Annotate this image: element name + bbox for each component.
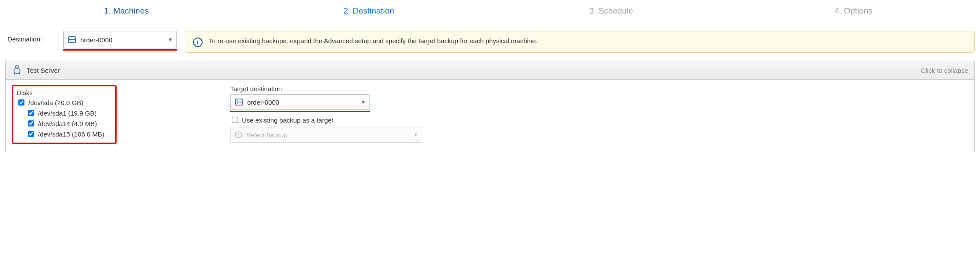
svg-point-10	[238, 134, 239, 136]
highlight-underline	[230, 111, 370, 112]
destination-select-wrap: order-0000 ▼	[63, 31, 177, 51]
server-name: Test Server	[27, 67, 60, 74]
svg-point-3	[70, 41, 71, 42]
svg-point-2	[70, 38, 71, 39]
collapse-hint: Click to collapse	[921, 67, 968, 74]
disk-label-sda15: /dev/sda15 (106.0 MB)	[38, 130, 104, 138]
server-panel-body: Disks /dev/sda (20.0 GB) /dev/sda1 (19.9…	[6, 80, 974, 152]
step-destination[interactable]: 2. Destination	[248, 6, 490, 16]
use-existing-label: Use existing backup as a target	[242, 116, 333, 124]
destination-select[interactable]: order-0000 ▼	[63, 31, 177, 48]
server-panel-header[interactable]: Test Server Click to collapse	[6, 61, 974, 80]
target-destination-label: Target destination	[230, 85, 968, 92]
disks-column: Disks /dev/sda (20.0 GB) /dev/sda1 (19.9…	[6, 80, 224, 152]
svg-point-4	[16, 67, 17, 68]
step-machines[interactable]: 1. Machines	[5, 6, 248, 16]
disk-row-sda1: /dev/sda1 (19.9 GB)	[26, 109, 112, 117]
chevron-down-icon: ▼	[413, 132, 418, 138]
disk-row-sda15: /dev/sda15 (106.0 MB)	[26, 130, 112, 138]
checkbox-sda14[interactable]	[28, 120, 34, 126]
destination-label: Destination:	[7, 31, 55, 43]
svg-point-9	[237, 103, 238, 104]
destination-value: order-0000	[80, 36, 112, 44]
restore-icon	[234, 130, 243, 139]
chevron-down-icon: ▼	[361, 99, 366, 105]
linux-icon	[12, 65, 22, 76]
checkbox-use-existing[interactable]	[232, 117, 238, 123]
disk-label-sda1: /dev/sda1 (19.9 GB)	[38, 109, 97, 117]
svg-point-5	[17, 67, 18, 68]
step-schedule[interactable]: 3. Schedule	[490, 6, 732, 16]
storage-icon	[234, 97, 244, 107]
disk-row-sda: /dev/sda (20.0 GB)	[17, 98, 112, 107]
step-options[interactable]: 4. Options	[732, 6, 975, 16]
use-existing-row: Use existing backup as a target	[230, 116, 968, 124]
disk-label-sda14: /dev/sda14 (4.0 MB)	[38, 120, 97, 127]
checkbox-sda15[interactable]	[28, 131, 34, 137]
info-text: To re-use existing backups, expand the A…	[209, 37, 538, 45]
checkbox-sda[interactable]	[18, 99, 24, 106]
target-select-wrap: order-0000 ▼	[230, 94, 370, 112]
select-backup-placeholder: Select backup	[246, 131, 287, 139]
svg-point-8	[237, 100, 238, 101]
destination-row: Destination: order-0000 ▼ i To re-use ex…	[5, 31, 975, 53]
server-panel: Test Server Click to collapse Disks /dev…	[5, 61, 975, 152]
info-banner: i To re-use existing backups, expand the…	[185, 31, 975, 53]
checkbox-sda1[interactable]	[28, 110, 34, 116]
disk-row-sda14: /dev/sda14 (4.0 MB)	[26, 119, 112, 128]
info-icon: i	[193, 38, 203, 47]
disk-label-sda: /dev/sda (20.0 GB)	[28, 99, 83, 106]
disks-title: Disks	[17, 89, 112, 96]
highlight-underline	[63, 49, 177, 51]
target-destination-select[interactable]: order-0000 ▼	[230, 94, 370, 110]
wizard-steps: 1. Machines 2. Destination 3. Schedule 4…	[5, 0, 975, 23]
storage-icon	[67, 35, 77, 44]
disks-highlight-box: Disks /dev/sda (20.0 GB) /dev/sda1 (19.9…	[12, 85, 117, 144]
select-backup-dropdown: Select backup ▼	[230, 127, 422, 143]
target-column: Target destination order-0000 ▼	[224, 80, 974, 152]
target-destination-value: order-0000	[247, 99, 279, 106]
chevron-down-icon: ▼	[168, 37, 173, 43]
